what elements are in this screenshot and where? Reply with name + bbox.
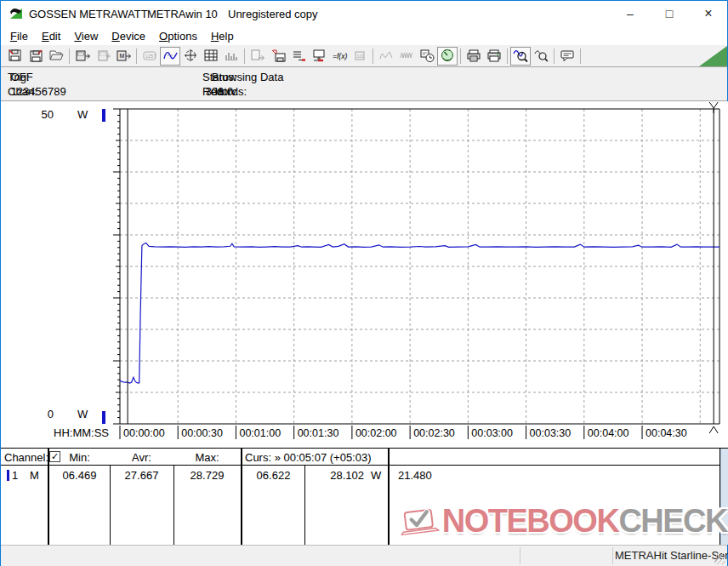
timer-meter-icon (419, 49, 435, 63)
acquisition-info-panel: Trig: OFF Chan: 123456789 Status: Browsi… (1, 67, 727, 101)
toolbar-button-annotation[interactable] (557, 47, 577, 66)
toolbar-corner-logo (699, 46, 727, 66)
toolbar-button-formula[interactable]: =f(x) (329, 47, 350, 66)
toolbar-button-print-preview[interactable] (464, 47, 484, 66)
chan-value: 123456789 (11, 85, 66, 98)
value-max: 28.729 (173, 469, 241, 482)
zoom-wave-icon (513, 49, 529, 63)
toolbar-separator (507, 49, 508, 64)
svg-text:=f(x): =f(x) (333, 52, 347, 60)
device-memory-icon: M (116, 49, 132, 63)
toolbar-button-zoom-lens[interactable] (531, 47, 551, 66)
status-bar: METRAHit Starline-Seri (1, 545, 727, 566)
x-tick-label: 00:02:00 (355, 427, 397, 439)
send-to-device-icon (75, 49, 91, 63)
x-tick-label: 00:01:30 (298, 427, 339, 439)
toolbar-button-meter-online[interactable] (437, 47, 458, 66)
menu-options[interactable]: Options (152, 28, 204, 44)
col-header-max: Max: (173, 451, 241, 464)
print-preview-icon (466, 49, 482, 63)
toolbar-button-send-to-device[interactable] (72, 47, 93, 66)
table-border (388, 449, 390, 545)
chart-plot-area[interactable]: 50 W 0 W HH:MM:SS 00:00:0000:00:3000:01:… (1, 101, 728, 448)
connected-device-name: METRAHit Starline-Seri (615, 549, 728, 562)
toolbar-button-save-as[interactable] (26, 47, 46, 66)
status-value: Browsing Data (212, 71, 284, 83)
toolbar-button-device-memory[interactable]: M (113, 47, 134, 66)
waveform-view-icon (162, 49, 179, 63)
monitor-config-icon (311, 49, 327, 63)
toolbar-button-numeric-display: 1257 (139, 47, 160, 66)
toolbar-button-receive-from-device (93, 47, 113, 66)
menu-edit[interactable]: Edit (35, 28, 67, 44)
histogram-view-icon (224, 49, 240, 63)
menu-device[interactable]: Device (105, 28, 152, 44)
toolbar-button-monitor-config[interactable] (309, 47, 329, 66)
meter-online-icon (440, 49, 456, 63)
toolbar-button-export (247, 47, 268, 66)
cursor2-top-handle[interactable] (709, 102, 718, 113)
open-icon (48, 49, 65, 63)
toolbar-button-print[interactable] (484, 47, 504, 66)
svg-text:121: 121 (356, 54, 364, 59)
cursor-crosshair-icon (183, 49, 199, 63)
x-tick-label: 00:01:00 (239, 427, 281, 439)
zoom-lens-icon (533, 49, 549, 63)
toolbar-button-waveform-view[interactable] (160, 47, 180, 66)
toolbar-button-channel-config[interactable] (288, 47, 309, 66)
channel-number: 1 (12, 469, 18, 482)
title-vendor: GOSSEN METRAWATT (29, 8, 148, 20)
toolbar-button-open[interactable] (46, 47, 66, 66)
maximize-button[interactable]: □ (650, 1, 689, 26)
svg-text:M: M (119, 53, 124, 59)
toolbar-button-cursor-crosshair[interactable] (180, 47, 201, 66)
x-tick-label: 00:04:00 (588, 427, 629, 439)
app-window: GOSSEN METRAWATT METRAwin 10 Unregistere… (0, 0, 728, 566)
close-button[interactable]: × (689, 1, 728, 26)
interval-value: 1.0 (218, 85, 233, 98)
cursor2-bottom-handle[interactable] (709, 426, 718, 433)
title-app-name: METRAwin 10 (147, 8, 218, 20)
value-avr: 27.667 (110, 469, 173, 482)
menu-bar: File Edit View Device Options Help (1, 26, 727, 45)
formula-icon: =f(x) (332, 49, 348, 63)
channel-config-icon (291, 49, 307, 63)
value-delta: 21.480 (398, 469, 432, 482)
app-logo-icon (9, 7, 23, 20)
save-as-icon (28, 49, 44, 63)
col-header-channel: Channel: (4, 451, 48, 464)
toolbar-button-data-table-view[interactable] (201, 47, 221, 66)
toolbar-separator (373, 49, 373, 64)
toolbar-button-save[interactable] (5, 47, 26, 66)
toolbar-button-store-to-disk[interactable] (268, 47, 288, 66)
col-header-cursor: Curs: » 00:05:07 (+05:03) (245, 451, 372, 464)
statusbar-divider (612, 547, 613, 564)
col-header-min: Min: (49, 451, 110, 464)
toolbar-separator (460, 49, 461, 64)
toolbar-separator (244, 49, 245, 64)
menu-help[interactable]: Help (204, 28, 241, 44)
value-cursor2-unit: W (371, 469, 381, 482)
svg-text:1257: 1257 (145, 54, 156, 59)
col-header-avr: Avr: (110, 451, 173, 464)
menu-file[interactable]: File (3, 28, 35, 44)
x-tick-label: 00:03:30 (530, 427, 572, 439)
annotation-icon (560, 49, 576, 63)
table-scrollbar[interactable] (720, 449, 728, 545)
toolbar: M1257=f(x)121 (1, 45, 727, 67)
resize-grip[interactable] (714, 553, 725, 564)
x-tick-label: 00:00:00 (123, 427, 165, 439)
data-table-view-icon (203, 49, 219, 63)
menu-view[interactable]: View (67, 28, 105, 44)
title-license: Unregistered copy (228, 8, 318, 20)
statusbar-divider (520, 547, 520, 564)
store-to-disk-icon (270, 49, 287, 63)
toolbar-separator (136, 49, 137, 64)
toolbar-button-zoom-wave[interactable] (510, 47, 531, 66)
title-bar: GOSSEN METRAWATT METRAwin 10 Unregistere… (1, 1, 727, 26)
toolbar-button-trigger-dense (396, 47, 417, 66)
minimize-button[interactable]: – (611, 1, 650, 26)
toolbar-button-timer-meter[interactable] (417, 47, 437, 66)
channel-mode: M (30, 469, 39, 482)
x-tick-label: 00:02:30 (413, 427, 455, 439)
